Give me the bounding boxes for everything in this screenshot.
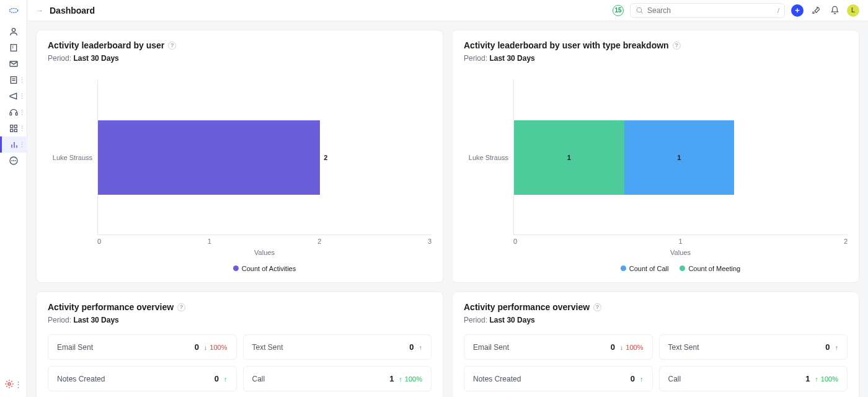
sidebar-item-campaigns[interactable]: ⋮ bbox=[0, 88, 27, 104]
user-avatar[interactable]: L bbox=[847, 4, 859, 17]
more-dots-icon[interactable]: ⋮ bbox=[19, 141, 25, 149]
card-period: Period: Last 30 Days bbox=[48, 316, 432, 324]
kpi-value: 0 bbox=[631, 374, 635, 383]
sidebar-item-contacts[interactable] bbox=[0, 24, 27, 40]
kpi-value: 1 bbox=[389, 374, 394, 383]
help-icon[interactable]: ? bbox=[673, 42, 681, 50]
card-title: Activity leaderboard by user bbox=[48, 40, 164, 50]
card-activity-leaderboard: Activity leaderboard by user ? Period: L… bbox=[36, 30, 443, 283]
trial-badge[interactable]: 15 bbox=[613, 5, 624, 16]
kpi-label: Email Sent bbox=[57, 343, 93, 352]
sidebar-item-inbox[interactable] bbox=[0, 56, 27, 72]
kpi-value: 1 bbox=[805, 374, 810, 383]
card-activity-performance-left: Activity performance overview ? Period: … bbox=[36, 292, 443, 397]
card-period: Period: Last 30 Days bbox=[464, 54, 848, 63]
chart-bar-call: 1 bbox=[624, 120, 735, 195]
card-title: Activity performance overview bbox=[464, 302, 590, 312]
trend-arrow-icon: ↑ bbox=[399, 375, 402, 383]
more-dots-icon[interactable]: ⋮ bbox=[19, 76, 25, 84]
chart-x-label: Values bbox=[513, 249, 848, 256]
kpi-value: 0 bbox=[825, 342, 830, 352]
sidebar-item-support[interactable]: ⋮ bbox=[0, 104, 27, 120]
legend-dot-icon bbox=[621, 265, 626, 271]
trend-arrow-icon: ↓ bbox=[620, 344, 624, 351]
search-box[interactable]: / bbox=[630, 3, 785, 18]
svg-point-1 bbox=[12, 29, 15, 32]
kpi-label: Text Sent bbox=[252, 343, 283, 352]
kpi-value: 0 bbox=[611, 342, 615, 352]
svg-point-22 bbox=[8, 383, 11, 385]
kpi-label: Call bbox=[668, 375, 681, 383]
kpi-label: Call bbox=[252, 375, 265, 383]
svg-rect-10 bbox=[16, 113, 17, 115]
trend-arrow-icon: ↓ bbox=[204, 344, 208, 351]
trend-arrow-icon: ↑ bbox=[640, 375, 644, 383]
kpi-value: 0 bbox=[195, 342, 199, 352]
svg-point-0 bbox=[9, 9, 17, 13]
sidebar-settings-icon[interactable]: ⋮ bbox=[0, 376, 27, 392]
more-dots-icon[interactable]: ⋮ bbox=[19, 92, 25, 100]
chart-x-label: Values bbox=[97, 249, 432, 256]
sidebar: ⋮ ⋮ ⋮ ⋮ ⋮ ⋮ bbox=[0, 0, 27, 397]
kpi-label: Text Sent bbox=[668, 343, 699, 352]
svg-rect-13 bbox=[10, 129, 12, 132]
chart-legend: Count of Activities bbox=[97, 265, 432, 272]
card-title: Activity performance overview bbox=[48, 302, 174, 312]
kpi-pct: 100% bbox=[821, 375, 838, 383]
chart-1: Luke Strauss 2 0 1 2 bbox=[48, 80, 432, 272]
kpi-tile: Call1↑100% bbox=[659, 366, 848, 391]
content-area: Activity leaderboard by user ? Period: L… bbox=[27, 21, 868, 397]
chart-bar-value: 2 bbox=[324, 154, 327, 161]
search-icon bbox=[636, 6, 644, 14]
kpi-label: Notes Created bbox=[57, 375, 105, 383]
legend-dot-icon bbox=[233, 265, 239, 271]
card-period: Period: Last 30 Days bbox=[464, 316, 848, 324]
rocket-icon[interactable] bbox=[810, 6, 822, 15]
svg-point-23 bbox=[637, 7, 642, 12]
sidebar-item-reports[interactable]: ⋮ bbox=[0, 136, 27, 153]
sidebar-item-notes[interactable]: ⋮ bbox=[0, 72, 27, 88]
svg-point-20 bbox=[13, 161, 14, 161]
kpi-value: 0 bbox=[409, 342, 414, 352]
page-title: Dashboard bbox=[50, 6, 95, 16]
help-icon[interactable]: ? bbox=[168, 42, 176, 50]
kpi-label: Email Sent bbox=[473, 343, 509, 352]
app-logo[interactable] bbox=[6, 5, 22, 16]
topbar: → Dashboard 15 / + L bbox=[27, 0, 868, 21]
help-icon[interactable]: ? bbox=[593, 303, 601, 311]
sidebar-item-more[interactable] bbox=[0, 153, 27, 169]
kpi-tile: Email Sent0↓100% bbox=[464, 334, 653, 360]
trend-arrow-icon: ↑ bbox=[815, 375, 818, 383]
card-activity-leaderboard-breakdown: Activity leaderboard by user with type b… bbox=[452, 30, 859, 283]
chart-2: Luke Strauss 1 1 0 1 2 bbox=[464, 80, 848, 272]
add-button[interactable]: + bbox=[791, 4, 804, 17]
chart-legend: Count of Call Count of Meeting bbox=[513, 265, 848, 272]
svg-rect-9 bbox=[10, 113, 12, 115]
bell-icon[interactable] bbox=[828, 6, 841, 15]
kpi-tile: Text Sent0↑ bbox=[243, 334, 432, 360]
svg-rect-12 bbox=[14, 125, 17, 128]
kpi-pct: 100% bbox=[626, 344, 643, 351]
more-dots-icon[interactable]: ⋮ bbox=[14, 380, 22, 389]
svg-rect-14 bbox=[14, 129, 17, 132]
trend-arrow-icon: ↑ bbox=[224, 375, 228, 383]
kpi-tile: Text Sent0↑ bbox=[659, 334, 848, 360]
legend-dot-icon bbox=[680, 265, 685, 271]
kpi-grid: Email Sent0↓100%Text Sent0↑Notes Created… bbox=[48, 334, 432, 391]
help-icon[interactable]: ? bbox=[177, 303, 185, 311]
breadcrumb-arrow-icon: → bbox=[36, 6, 43, 15]
kpi-tile: Notes Created0↑ bbox=[48, 366, 237, 391]
chart-y-category: Luke Strauss bbox=[48, 80, 97, 235]
more-dots-icon[interactable]: ⋮ bbox=[19, 125, 25, 133]
sidebar-item-apps[interactable]: ⋮ bbox=[0, 120, 27, 136]
kpi-pct: 100% bbox=[405, 375, 422, 383]
search-input[interactable] bbox=[647, 6, 774, 15]
card-period: Period: Last 30 Days bbox=[48, 54, 432, 63]
kpi-grid: Email Sent0↓100%Text Sent0↑Notes Created… bbox=[464, 334, 848, 391]
kpi-tile: Email Sent0↓100% bbox=[48, 334, 237, 360]
card-title: Activity leaderboard by user with type b… bbox=[464, 40, 669, 50]
svg-rect-11 bbox=[10, 125, 12, 128]
svg-point-21 bbox=[15, 161, 16, 161]
more-dots-icon[interactable]: ⋮ bbox=[19, 109, 25, 117]
sidebar-item-companies[interactable] bbox=[0, 40, 27, 56]
